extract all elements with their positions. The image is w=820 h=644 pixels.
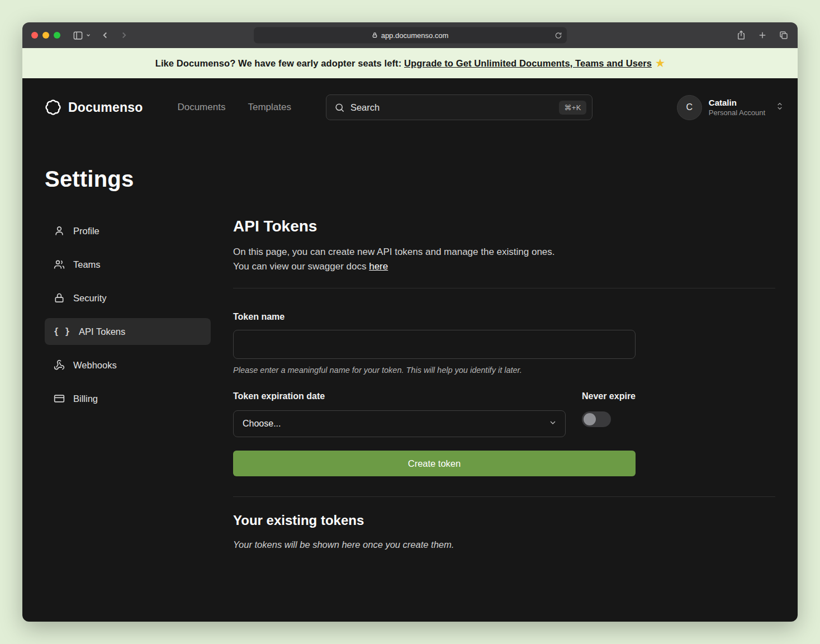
api-tokens-panel: API Tokens On this page, you can create …: [233, 217, 775, 550]
expiration-select[interactable]: Choose...: [233, 410, 566, 437]
webhook-icon: [54, 359, 65, 371]
expiration-selected-value: Choose...: [243, 419, 281, 429]
chevron-left-icon: [100, 30, 110, 40]
section-title: API Tokens: [233, 217, 775, 235]
create-token-button[interactable]: Create token: [233, 451, 636, 476]
share-icon: [736, 30, 746, 40]
zoom-window-button[interactable]: [54, 32, 60, 39]
account-name: Catalin: [709, 98, 765, 107]
sidebar-item-label: Webhooks: [73, 360, 117, 371]
divider: [233, 496, 775, 497]
browser-toolbar: app.documenso.com: [22, 22, 798, 48]
app-content: Documenso Documents Templates Search ⌘+K…: [22, 78, 798, 622]
description-line1: On this page, you can create new API tok…: [233, 247, 555, 257]
banner-text: Like Documenso? We have few early adopte…: [155, 58, 402, 69]
account-type: Personal Account: [709, 108, 765, 117]
user-icon: [54, 225, 65, 236]
search-icon: [334, 102, 345, 113]
never-expire-toggle[interactable]: [582, 411, 611, 427]
never-expire-label: Never expire: [582, 391, 636, 401]
chevrons-up-down-icon: [775, 102, 784, 111]
nav-templates[interactable]: Templates: [248, 102, 291, 113]
app-header: Documenso Documents Templates Search ⌘+K…: [22, 78, 798, 136]
new-tab-button[interactable]: [757, 30, 767, 40]
sidebar-item-profile[interactable]: Profile: [45, 217, 211, 244]
browser-window: app.documenso.com Like Documenso? We hav…: [22, 22, 798, 622]
sidebar-item-label: Profile: [73, 226, 99, 236]
expiration-label: Token expiration date: [233, 391, 566, 401]
documenso-logo-icon: [45, 99, 61, 116]
token-name-label: Token name: [233, 312, 636, 322]
back-button[interactable]: [100, 30, 110, 40]
existing-tokens-hint: Your tokens will be shown here once you …: [233, 539, 775, 550]
sidebar-icon: [73, 30, 83, 41]
token-name-hint: Please enter a meaningful name for your …: [233, 366, 636, 375]
plus-icon: [757, 30, 767, 40]
search-placeholder: Search: [350, 102, 553, 113]
sidebar-item-billing[interactable]: Billing: [45, 385, 211, 412]
search-shortcut-badge: ⌘+K: [559, 101, 586, 115]
brand[interactable]: Documenso: [45, 99, 143, 116]
sidebar-item-security[interactable]: Security: [45, 285, 211, 311]
brand-name: Documenso: [68, 100, 143, 115]
page-title: Settings: [45, 167, 775, 192]
description-line2: You can view our swagger docs: [233, 261, 369, 272]
avatar: C: [677, 95, 702, 120]
forward-button[interactable]: [119, 30, 129, 40]
sidebar-item-label: API Tokens: [79, 326, 125, 337]
share-button[interactable]: [736, 30, 746, 40]
toggle-knob: [584, 413, 596, 425]
braces-icon: { }: [54, 326, 70, 337]
divider: [233, 288, 775, 288]
tab-overview-button[interactable]: [779, 30, 789, 40]
sidebar-item-label: Teams: [73, 259, 101, 270]
top-navigation: Documents Templates: [177, 102, 291, 113]
section-description: On this page, you can create new API tok…: [233, 245, 775, 273]
address-bar[interactable]: app.documenso.com: [254, 27, 567, 44]
existing-tokens-title: Your existing tokens: [233, 513, 775, 528]
url-text: app.documenso.com: [381, 31, 449, 40]
credit-card-icon: [54, 393, 65, 404]
star-icon: ★: [656, 57, 665, 69]
sidebar-item-label: Billing: [73, 394, 98, 404]
sidebar-item-api-tokens[interactable]: { } API Tokens: [45, 318, 211, 345]
users-icon: [54, 259, 65, 270]
sidebar-item-webhooks[interactable]: Webhooks: [45, 352, 211, 378]
lock-icon: [54, 292, 65, 304]
account-menu[interactable]: C Catalin Personal Account: [677, 95, 784, 120]
reload-button[interactable]: [554, 31, 562, 39]
nav-documents[interactable]: Documents: [177, 102, 225, 113]
sidebar-toggle-button[interactable]: [73, 30, 91, 41]
window-controls: [31, 32, 60, 39]
upgrade-link[interactable]: Upgrade to Get Unlimited Documents, Team…: [404, 58, 652, 69]
search-input[interactable]: Search ⌘+K: [326, 94, 593, 120]
chevron-down-icon: [548, 418, 557, 427]
settings-sidebar: Profile Teams Security { } API Tokens: [45, 217, 211, 412]
minimize-window-button[interactable]: [42, 32, 49, 39]
upgrade-banner: Like Documenso? We have few early adopte…: [22, 48, 798, 78]
token-name-input[interactable]: [233, 330, 636, 359]
tabs-icon: [779, 30, 789, 40]
sidebar-item-label: Security: [73, 293, 107, 304]
reload-icon: [554, 31, 562, 39]
swagger-docs-link[interactable]: here: [369, 261, 388, 272]
close-window-button[interactable]: [31, 32, 38, 39]
chevron-down-icon: [86, 32, 91, 38]
padlock-icon: [372, 32, 378, 39]
chevron-right-icon: [119, 30, 129, 40]
sidebar-item-teams[interactable]: Teams: [45, 251, 211, 278]
